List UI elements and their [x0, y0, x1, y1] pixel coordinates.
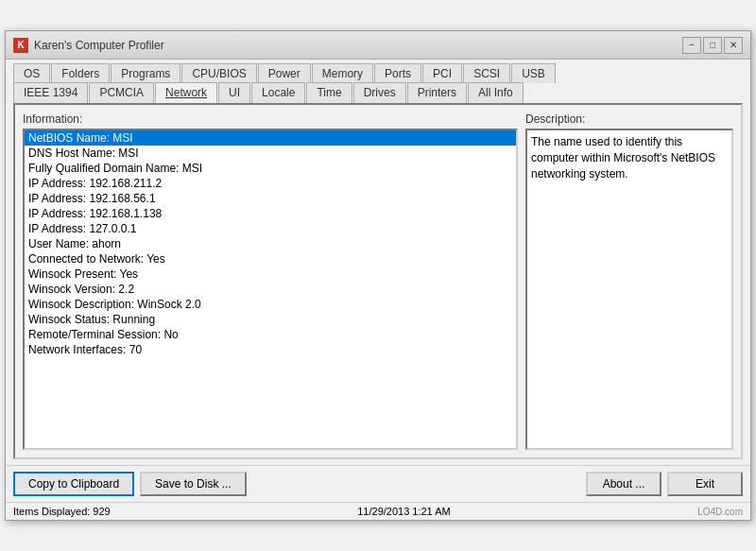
- tab-row1-ports[interactable]: Ports: [374, 63, 421, 83]
- tab-row1-scsi[interactable]: SCSI: [463, 63, 510, 83]
- tab-row1-usb[interactable]: USB: [511, 63, 556, 83]
- tab-row1-power[interactable]: Power: [258, 63, 311, 83]
- tab-row1-programs[interactable]: Programs: [111, 63, 180, 83]
- tab-row2-drives[interactable]: Drives: [353, 82, 406, 103]
- content-area: Information: NetBIOS Name: MSIDNS Host N…: [13, 103, 743, 459]
- window-title: Karen's Computer Profiler: [34, 39, 164, 52]
- tab-row1-pci[interactable]: PCI: [422, 63, 462, 83]
- status-bar: Items Displayed: 929 11/29/2013 1:21 AM …: [6, 502, 750, 520]
- list-item[interactable]: IP Address: 127.0.0.1: [25, 221, 516, 236]
- tab-row2-all-info[interactable]: All Info: [468, 82, 524, 103]
- save-button[interactable]: Save to Disk ...: [140, 472, 247, 496]
- tab-row1-memory[interactable]: Memory: [312, 63, 373, 83]
- tab-row2-ieee-1394[interactable]: IEEE 1394: [13, 82, 88, 103]
- app-icon: K: [13, 38, 28, 53]
- title-bar-left: K Karen's Computer Profiler: [13, 38, 164, 53]
- maximize-button[interactable]: □: [703, 37, 722, 54]
- list-item[interactable]: NetBIOS Name: MSI: [25, 130, 516, 146]
- tab-row2-network[interactable]: Network: [155, 82, 217, 103]
- tab-row2-time[interactable]: Time: [306, 82, 352, 103]
- list-item[interactable]: Network Interfaces: 70: [25, 342, 516, 357]
- list-item[interactable]: Winsock Present: Yes: [25, 267, 516, 282]
- about-button[interactable]: About ...: [586, 472, 662, 496]
- info-label: Information:: [23, 112, 518, 126]
- list-item[interactable]: Fully Qualified Domain Name: MSI: [25, 161, 516, 176]
- list-item[interactable]: IP Address: 192.168.211.2: [25, 176, 516, 191]
- tab-row2-pcmcia[interactable]: PCMCIA: [89, 82, 154, 103]
- copy-button[interactable]: Copy to Clipboard: [13, 472, 134, 496]
- desc-textbox: The name used to identify this computer …: [525, 129, 733, 450]
- info-panel: Information: NetBIOS Name: MSIDNS Host N…: [23, 112, 518, 450]
- list-item[interactable]: Winsock Version: 2.2: [25, 282, 516, 297]
- info-listbox[interactable]: NetBIOS Name: MSIDNS Host Name: MSIFully…: [23, 129, 518, 450]
- tab-row1-cpu-bios[interactable]: CPU/BIOS: [181, 63, 256, 83]
- bottom-bar: Copy to Clipboard Save to Disk ... About…: [6, 465, 750, 502]
- tab-row2-printers[interactable]: Printers: [407, 82, 467, 103]
- desc-label: Description:: [525, 112, 733, 126]
- tab-row1-folders[interactable]: Folders: [51, 63, 110, 83]
- minimize-button[interactable]: −: [682, 37, 701, 54]
- title-buttons: − □ ✕: [682, 37, 743, 54]
- tab-row2-ui[interactable]: UI: [218, 82, 250, 103]
- list-item[interactable]: Winsock Status: Running: [25, 312, 516, 327]
- tab-row-2: IEEE 1394PCMCIANetworkUILocaleTimeDrives…: [13, 82, 743, 103]
- datetime: 11/29/2013 1:21 AM: [357, 506, 450, 517]
- list-item[interactable]: Connected to Network: Yes: [25, 251, 516, 267]
- desc-panel: Description: The name used to identify t…: [525, 112, 733, 450]
- watermark: LO4D.com: [697, 507, 743, 517]
- list-item[interactable]: Remote/Terminal Session: No: [25, 327, 516, 342]
- list-item[interactable]: IP Address: 192.168.1.138: [25, 206, 516, 221]
- main-window: K Karen's Computer Profiler − □ ✕ OSFold…: [5, 30, 751, 521]
- tab-row-1: OSFoldersProgramsCPU/BIOSPowerMemoryPort…: [13, 63, 743, 83]
- tabs-container: OSFoldersProgramsCPU/BIOSPowerMemoryPort…: [6, 60, 750, 103]
- list-item[interactable]: DNS Host Name: MSI: [25, 146, 516, 161]
- list-item[interactable]: Winsock Description: WinSock 2.0: [25, 297, 516, 312]
- exit-button[interactable]: Exit: [667, 472, 743, 496]
- list-item[interactable]: User Name: ahorn: [25, 236, 516, 251]
- list-item[interactable]: IP Address: 192.168.56.1: [25, 191, 516, 206]
- items-displayed: Items Displayed: 929: [13, 506, 111, 517]
- tab-row2-locale[interactable]: Locale: [251, 82, 305, 103]
- close-button[interactable]: ✕: [724, 37, 743, 54]
- tab-row1-os[interactable]: OS: [13, 63, 50, 83]
- title-bar: K Karen's Computer Profiler − □ ✕: [6, 31, 750, 60]
